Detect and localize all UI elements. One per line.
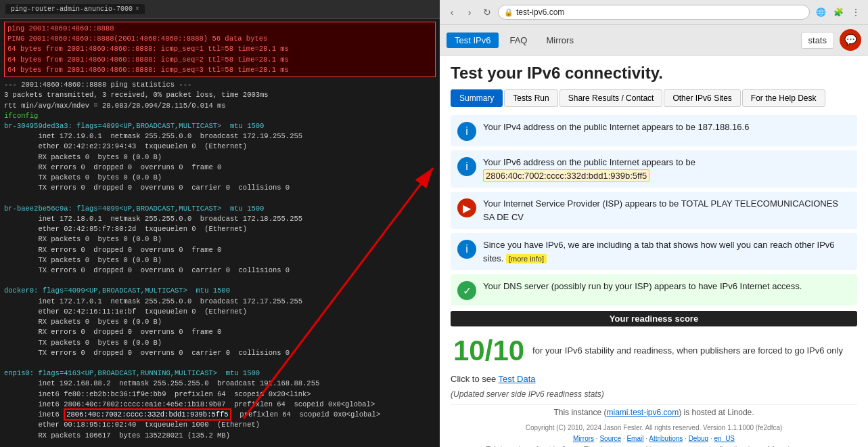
footer-links: Mirrors · Source · Email · Attributions … — [451, 433, 857, 444]
ipv4-info-card: i Your IPv4 address on the public Intern… — [451, 115, 857, 146]
isp-info-icon: ▶ — [457, 198, 476, 217]
terminal-output: ping 2001:4860:4860::8888 PING 2001:4860… — [0, 19, 440, 447]
dns-info-text: Your DNS server (possibly run by your IS… — [483, 280, 802, 293]
ping-line-1: ping 2001:4860:4860::8888 — [7, 24, 432, 34]
hosted-post: ) is hosted at Linode. — [679, 408, 754, 417]
readiness-score: 10/10 — [453, 335, 524, 367]
enp-inet6-fe80: inet6 fe80::eb2b:bc36:1f9e:bb9 prefixlen… — [4, 389, 436, 400]
ipv6-text-pre: Your IPv6 address on the public Internet… — [483, 157, 695, 167]
back-button[interactable]: ‹ — [445, 5, 459, 19]
ping-line-2: PING 2001:4860:4860::8888(2001:4860:4860… — [7, 34, 432, 44]
docker-ether: ether 02:42:16:11:1e:bf txqueuelen 0 (Et… — [4, 307, 436, 317]
dns-info-icon: ✓ — [457, 281, 476, 300]
reload-button[interactable]: ↻ — [480, 5, 494, 19]
docker-rxe: RX errors 0 dropped 0 overruns 0 frame 0 — [4, 327, 436, 337]
chat-bubble-icon[interactable]: 💬 — [840, 29, 861, 51]
terminal-tab[interactable]: ping-router-admin-anuncio-7000 × — [5, 4, 145, 14]
isp-info-text: Your Internet Service Provider (ISP) app… — [483, 197, 850, 224]
br-tx-2: TX packets 0 bytes 0 (0.0 B) — [4, 255, 436, 265]
ping-line-3: 64 bytes from 2001:4860:4860::8888: icmp… — [7, 44, 432, 54]
footer-link-source[interactable]: Source — [599, 435, 621, 442]
forward-button[interactable]: › — [463, 5, 476, 19]
browser-nav-row: ‹ › ↻ 🔒 test-ipv6.com 🌐 🧩 ⋮ — [445, 3, 863, 22]
terminal-panel: ping-router-admin-anuncio-7000 × ping 20… — [0, 0, 440, 447]
br-ether-2: ether 02:42:85:f7:80:2d txqueuelen 0 (Et… — [4, 224, 436, 234]
site-title: Test your IPv6 connectivity. — [451, 64, 857, 83]
close-tab-icon[interactable]: × — [135, 5, 139, 13]
nav-item-faq[interactable]: FAQ — [501, 33, 535, 48]
footer-link-email[interactable]: Email — [626, 435, 643, 442]
br-rx-1: RX packets 0 bytes 0 (0.0 B) — [4, 152, 436, 163]
enp-rx: RX packets 106617 bytes 135228021 (135.2… — [4, 431, 436, 441]
hosted-link[interactable]: miami.test-ipv6.com — [606, 408, 679, 417]
ifconfig-cmd: ifconfig — [4, 111, 436, 121]
br-rxe-2: RX errors 0 dropped 0 overruns 0 frame 0 — [4, 245, 436, 255]
translate-icon[interactable]: 🌐 — [814, 5, 827, 19]
ipv6-address-highlight: 2806:40c:7002:cccc:332d:bdd1:939b:5ff5 — [483, 169, 649, 182]
ipv4-info-text: Your IPv4 address on the public Internet… — [483, 121, 749, 134]
docker-inet: inet 172.17.0.1 netmask 255.255.0.0 broa… — [4, 297, 436, 307]
hosted-pre: This instance ( — [553, 408, 606, 417]
enp-line: enp1s0: flags=4163<UP,BROADCAST,RUNNING,… — [4, 368, 436, 379]
terminal-tab-bar: ping-router-admin-anuncio-7000 × — [0, 0, 440, 19]
terminal-tab-label: ping-router-admin-anuncio-7000 — [11, 5, 133, 13]
copyright-text: Copyright (C) 2010, 2024 Jason Fesler. A… — [451, 423, 857, 433]
br-tx-1: TX packets 0 bytes 0 (0.0 B) — [4, 173, 436, 183]
docker-line: docker0: flags=4099<UP,BROADCAST,MULTICA… — [4, 286, 436, 296]
tab-other-ipv6[interactable]: Other IPv6 Sites — [664, 89, 740, 107]
br-inet-2: inet 172.18.0.1 netmask 255.255.0.0 broa… — [4, 214, 436, 224]
tab-tests-run[interactable]: Tests Run — [504, 89, 557, 107]
stats-line-3: rtt min/avg/max/mdev = 28.083/28.094/28.… — [4, 101, 436, 111]
isp-info-card: ▶ Your Internet Service Provider (ISP) a… — [451, 192, 857, 229]
stats-line-2: 3 packets transmitted, 3 received, 0% pa… — [4, 90, 436, 100]
address-bar[interactable]: 🔒 test-ipv6.com — [498, 5, 810, 20]
nav-item-mirrors[interactable]: Mirrors — [538, 33, 581, 48]
docker-tx: TX packets 0 bytes 0 (0.0 B) — [4, 338, 436, 348]
ping-line-5: 64 bytes from 2001:4860:4860::8888: icmp… — [7, 65, 432, 75]
stats-line-1: --- 2001:4860:4860::8888 ping statistics… — [4, 80, 436, 90]
ipv6-info-text: Your IPv6 address on the public Internet… — [483, 156, 850, 182]
ping-line-4: 64 bytes from 2001:4860:4860::8888: icmp… — [7, 55, 432, 65]
site-navbar: Test IPv6 FAQ Mirrors stats 💬 — [440, 25, 868, 56]
ipv6-info-icon: i — [457, 157, 476, 176]
score-description: for your IPv6 stability and readiness, w… — [532, 344, 843, 358]
footer-copyright: Copyright (C) 2010, 2024 Jason Fesler. A… — [451, 420, 857, 447]
br-rxe-1: RX errors 0 dropped 0 overruns 0 frame 0 — [4, 163, 436, 173]
footer-link-locale[interactable]: en_US — [714, 435, 735, 442]
browser-chrome: ‹ › ↻ 🔒 test-ipv6.com 🌐 🧩 ⋮ — [440, 0, 868, 25]
spacer-1 — [4, 194, 436, 204]
br-line-1: br-304959ded3a3: flags=4099<UP,BROADCAST… — [4, 121, 436, 131]
browser-menu-icon[interactable]: ⋮ — [849, 5, 863, 19]
tab-share-results[interactable]: Share Results / Contact — [559, 89, 663, 107]
test-data-link[interactable]: Test Data — [499, 374, 536, 384]
spacer-3 — [4, 358, 436, 368]
enp-inet: inet 192.168.88.2 netmask 255.255.255.0 … — [4, 379, 436, 389]
stats-button[interactable]: stats — [801, 32, 834, 49]
footer-link-debug[interactable]: Debug — [689, 435, 708, 442]
extensions-icon[interactable]: 🧩 — [831, 5, 845, 19]
br-rx-2: RX packets 0 bytes 0 (0.0 B) — [4, 234, 436, 244]
tabs-row: Summary Tests Run Share Results / Contac… — [451, 89, 857, 107]
br-ether-1: ether 02:42:e2:23:94:43 txqueuelen 0 (Et… — [4, 142, 436, 152]
nav-item-testipv6[interactable]: Test IPv6 — [447, 33, 499, 48]
docker-txe: TX errors 0 dropped 0 overruns 0 carrier… — [4, 348, 436, 358]
br-inet-1: inet 172.19.0.1 netmask 255.255.0.0 broa… — [4, 131, 436, 142]
site-main-content: Test your IPv6 connectivity. Summary Tes… — [440, 56, 868, 447]
readiness-label: Your readiness score — [451, 311, 857, 326]
test-data-row: Click to see Test Data — [451, 371, 857, 387]
footer-link-mirrors[interactable]: Mirrors — [573, 435, 594, 442]
tab-info-card: i Since you have IPv6, we are including … — [451, 233, 857, 270]
score-row: 10/10 for your IPv6 stability and readin… — [451, 331, 857, 371]
tab-help-desk[interactable]: For the Help Desk — [742, 89, 825, 107]
docker-rx: RX packets 0 bytes 0 (0.0 B) — [4, 317, 436, 327]
tab-summary[interactable]: Summary — [451, 89, 503, 107]
browser-panel: ‹ › ↻ 🔒 test-ipv6.com 🌐 🧩 ⋮ Test IPv6 FA… — [440, 0, 868, 447]
test-data-label: Click to see — [451, 374, 496, 384]
enp-ether: ether 00:18:95:1c:02:40 txqueuelen 1000 … — [4, 420, 436, 430]
more-info-link[interactable]: [more info] — [506, 254, 547, 263]
footer-link-attributions[interactable]: Attributions — [649, 435, 683, 442]
ipv4-info-icon: i — [457, 122, 476, 141]
highlighted-ipv6: 2806:40c:7002:cccc:332d:bdd1:939b:5ff5 — [64, 408, 231, 421]
enp-inet6-global2-line: inet6 2806:40c:7002:cccc:332d:bdd1:939b:… — [4, 410, 436, 420]
tab-info-text: Since you have IPv6, we are including a … — [483, 238, 850, 265]
